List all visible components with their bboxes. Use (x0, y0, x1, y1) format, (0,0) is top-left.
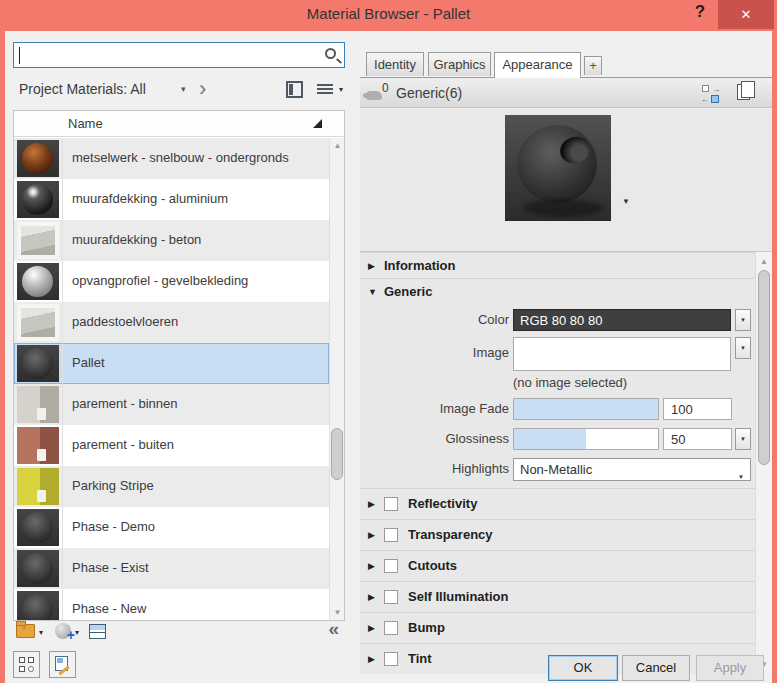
tab-graphics[interactable]: Graphics (428, 52, 491, 76)
show-library-panel-button[interactable] (286, 81, 303, 98)
expand-icon[interactable]: ▶ (368, 592, 375, 602)
assets-grid-icon (19, 657, 34, 672)
window-border-right (772, 31, 777, 683)
view-type-button[interactable] (317, 82, 333, 96)
list-scrollbar[interactable]: ▲ ▼ (329, 138, 344, 620)
expand-icon[interactable]: ▶ (368, 261, 375, 271)
tab-identity[interactable]: Identity (366, 52, 424, 76)
cutouts-checkbox[interactable] (384, 559, 398, 573)
image-options-button[interactable]: ▼ (735, 337, 751, 359)
reflectivity-checkbox[interactable] (384, 497, 398, 511)
glossiness-label: Glossiness (364, 431, 509, 446)
add-tab-button[interactable]: + (584, 56, 602, 75)
library-menu-icon[interactable] (16, 624, 35, 638)
collapse-icon[interactable]: ▼ (368, 287, 377, 297)
expand-icon[interactable]: ▶ (368, 499, 375, 509)
self-illumination-checkbox[interactable] (384, 590, 398, 604)
create-material-icon[interactable] (55, 623, 71, 639)
material-row[interactable]: Phase - Demo (14, 507, 329, 548)
help-button[interactable]: ? (689, 2, 711, 26)
bump-checkbox[interactable] (384, 621, 398, 635)
color-options-button[interactable]: ▼ (735, 309, 751, 331)
image-caption-row: (no image selected) (360, 373, 755, 395)
view-type-caret-icon[interactable]: ▾ (339, 85, 343, 94)
material-thumbnail (17, 386, 59, 423)
ok-button[interactable]: OK (548, 655, 618, 681)
no-image-caption: (no image selected) (513, 375, 627, 390)
tab-appearance[interactable]: Appearance (494, 52, 581, 78)
expand-icon[interactable]: ▶ (368, 623, 375, 633)
glossiness-slider[interactable] (513, 428, 659, 450)
expand-icon[interactable]: ▶ (368, 561, 375, 571)
glossiness-value[interactable]: 50 (663, 428, 732, 450)
glossiness-options-button[interactable]: ▼ (735, 428, 751, 450)
section-self-illumination[interactable]: ▶ Self Illumination (360, 581, 755, 612)
preview-options-caret-icon[interactable]: ▼ (622, 197, 630, 206)
material-thumbnail (17, 222, 59, 259)
library-menu-caret-icon[interactable]: ▾ (39, 628, 43, 637)
dialog-footer: OK Cancel Apply (360, 643, 772, 683)
replace-asset-icon[interactable]: → ← (702, 85, 720, 103)
materials-filter-row: Project Materials: All ▾ › ▾ (13, 76, 345, 104)
open-asset-browser-icon[interactable] (89, 624, 106, 639)
collapse-panel-button[interactable]: « (328, 618, 339, 640)
section-generic[interactable]: ▼ Generic (360, 279, 755, 306)
highlights-label: Highlights (364, 461, 509, 476)
properties-scrollbar[interactable]: ▲ ▼ (755, 252, 772, 674)
name-column-header[interactable]: Name (68, 116, 103, 131)
chevron-down-icon[interactable]: ▾ (181, 84, 186, 94)
editor-tabs: Identity Graphics Appearance + (360, 52, 772, 77)
edit-material-button[interactable] (49, 651, 76, 678)
material-thumbnail (17, 550, 59, 587)
highlights-dropdown[interactable]: Non-Metallic ▼ (513, 458, 751, 481)
section-reflectivity[interactable]: ▶ Reflectivity (360, 488, 755, 519)
material-row[interactable]: muurafdekking - beton (14, 220, 329, 261)
material-row[interactable]: Phase - Exist (14, 548, 329, 589)
material-name: Phase - Exist (72, 560, 149, 575)
material-row[interactable]: parement - buiten (14, 425, 329, 466)
material-row[interactable]: metselwerk - snelbouw - ondergronds (14, 138, 329, 179)
sort-ascending-icon[interactable] (313, 119, 322, 128)
material-row[interactable]: paddestoelvloeren (14, 302, 329, 343)
materials-filter-dropdown[interactable]: Project Materials: All (19, 81, 146, 97)
search-input[interactable] (13, 42, 345, 68)
scrollbar-thumb[interactable] (758, 270, 770, 465)
image-row: Image ▼ (360, 336, 755, 373)
titlebar: Material Browser - Pallet ? ✕ (0, 0, 777, 31)
manage-assets-button[interactable] (13, 651, 40, 678)
image-slot[interactable] (513, 337, 731, 371)
section-information[interactable]: ▶ Information (360, 252, 755, 279)
material-row-selected[interactable]: Pallet (14, 343, 329, 384)
transparency-checkbox[interactable] (384, 528, 398, 542)
cancel-button[interactable]: Cancel (622, 655, 690, 681)
material-name: Phase - New (72, 601, 146, 616)
image-fade-slider[interactable] (513, 398, 659, 420)
material-preview-swatch[interactable] (505, 115, 611, 221)
asset-header-bar: 0 Generic(6) → ← (360, 77, 772, 108)
material-row[interactable]: Parking Stripe (14, 466, 329, 507)
material-name: parement - buiten (72, 437, 174, 452)
material-row[interactable]: Phase - New (14, 589, 329, 621)
scrollbar-thumb[interactable] (331, 428, 343, 480)
material-row[interactable]: muurafdekking - aluminium (14, 179, 329, 220)
material-row[interactable]: opvangprofiel - gevelbekleding (14, 261, 329, 302)
section-transparency[interactable]: ▶ Transparency (360, 519, 755, 550)
material-name: parement - binnen (72, 396, 178, 411)
apply-button[interactable]: Apply (696, 655, 764, 681)
editor-panel: Identity Graphics Appearance + 0 Generic… (360, 31, 772, 683)
material-name: muurafdekking - aluminium (72, 191, 228, 206)
image-fade-value[interactable]: 100 (663, 398, 732, 420)
scroll-up-icon[interactable]: ▲ (330, 138, 345, 153)
color-swatch[interactable]: RGB 80 80 80 (513, 309, 731, 331)
section-bump[interactable]: ▶ Bump (360, 612, 755, 643)
section-cutouts[interactable]: ▶ Cutouts (360, 550, 755, 581)
duplicate-asset-icon[interactable] (737, 84, 750, 100)
list-header[interactable]: Name (14, 111, 344, 137)
material-row[interactable]: parement - binnen (14, 384, 329, 425)
material-thumbnail (17, 427, 59, 464)
expand-icon[interactable]: ▶ (368, 530, 375, 540)
scroll-up-icon[interactable]: ▲ (756, 254, 772, 269)
material-name: metselwerk - snelbouw - ondergronds (72, 150, 289, 165)
close-button[interactable]: ✕ (718, 0, 774, 29)
create-material-caret-icon[interactable]: ▾ (75, 628, 79, 637)
